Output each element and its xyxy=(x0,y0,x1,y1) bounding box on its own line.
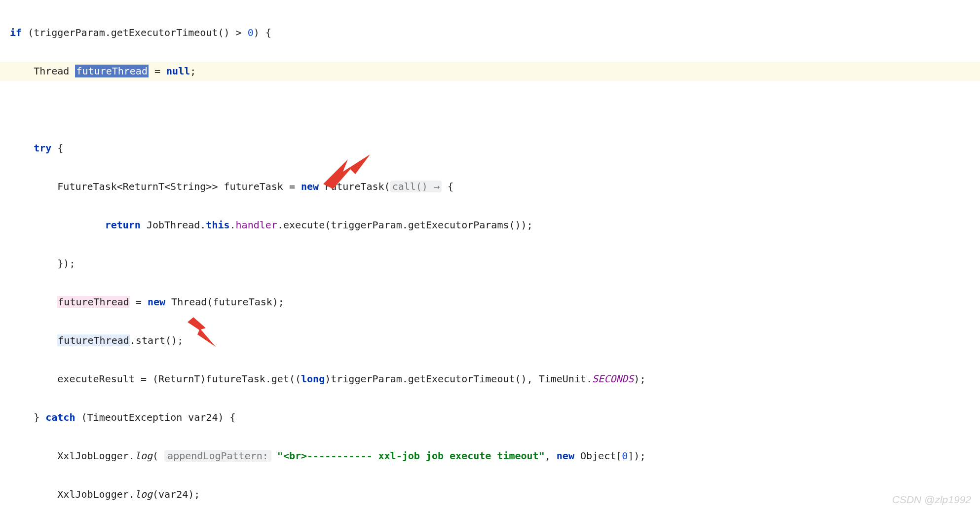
code-line: try { xyxy=(0,139,980,158)
code-line-blank xyxy=(0,100,980,119)
keyword-try: try xyxy=(34,142,51,154)
lambda-hint: call() → xyxy=(390,181,442,192)
code-line: FutureTask<ReturnT<String>> futureTask =… xyxy=(0,177,980,196)
code-line: executeResult = (ReturnT)futureTask.get(… xyxy=(0,369,980,389)
static-field: SECONDS xyxy=(592,373,634,385)
annotation-arrow-icon xyxy=(321,147,375,191)
code-line: futureThread.start(); xyxy=(0,331,980,350)
code-block: if (triggerParam.getExecutorTimeout() > … xyxy=(0,4,980,514)
keyword-if: if xyxy=(10,27,22,38)
code-line: XxlJobLogger.log(var24); xyxy=(0,485,980,504)
annotation-arrow-icon xyxy=(184,312,223,352)
variable-usage-write: futureThread xyxy=(57,296,130,308)
code-line: futureThread = new Thread(futureTask); xyxy=(0,293,980,312)
code-line: return JobThread.this.handler.execute(tr… xyxy=(0,216,980,235)
selected-variable[interactable]: futureThread xyxy=(75,65,149,77)
svg-marker-0 xyxy=(323,154,370,189)
code-line: }); xyxy=(0,254,980,273)
keyword-catch: catch xyxy=(45,411,75,423)
static-method: log xyxy=(135,450,152,462)
code-line-highlighted: Thread futureThread = null; xyxy=(0,62,980,81)
svg-marker-1 xyxy=(188,317,216,347)
code-line: } catch (TimeoutException var24) { xyxy=(0,408,980,427)
parameter-hint: appendLogPattern: xyxy=(164,450,271,462)
code-line: if (triggerParam.getExecutorTimeout() > … xyxy=(0,23,980,42)
variable-usage-read: futureThread xyxy=(57,334,130,346)
code-line: XxlJobLogger.log( appendLogPattern: "<br… xyxy=(0,446,980,466)
code-editor-view: if (triggerParam.getExecutorTimeout() > … xyxy=(0,4,980,514)
string-literal: "<br>----------- xxl-job job execute tim… xyxy=(277,450,545,462)
